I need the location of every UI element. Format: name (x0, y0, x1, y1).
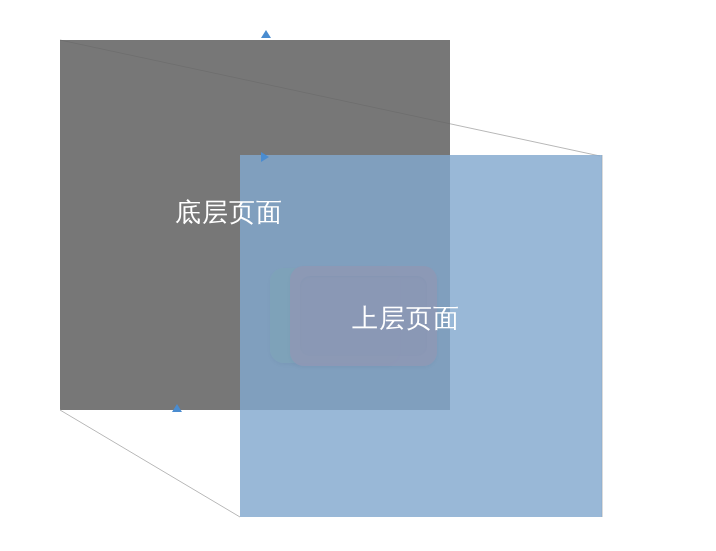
svg-line-2 (60, 410, 240, 517)
marker-triangle-top (261, 30, 271, 38)
diagram-canvas: 底层页面 上层页面 (0, 0, 716, 551)
top-layer-box (240, 155, 602, 517)
